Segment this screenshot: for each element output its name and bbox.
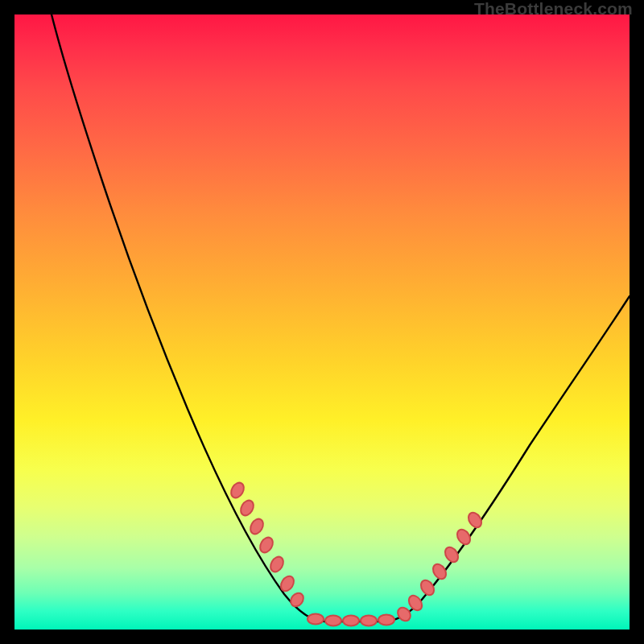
bottleneck-curve-svg <box>14 14 630 630</box>
marker-floor <box>308 614 394 626</box>
chart-frame <box>14 14 630 630</box>
bottleneck-curve <box>52 14 630 621</box>
plot-area <box>14 14 630 630</box>
marker-right-shoulder <box>395 510 484 624</box>
marker-left-shoulder <box>229 481 306 609</box>
watermark-text: TheBottleneck.com <box>474 0 633 19</box>
svg-point-15 <box>431 562 449 581</box>
svg-point-1 <box>238 498 256 518</box>
svg-point-11 <box>378 615 394 625</box>
svg-point-14 <box>419 578 437 597</box>
svg-point-0 <box>229 481 246 500</box>
svg-point-16 <box>443 545 461 564</box>
svg-point-12 <box>395 605 413 624</box>
svg-point-2 <box>248 517 266 536</box>
svg-point-10 <box>361 616 377 626</box>
svg-point-6 <box>288 591 306 609</box>
svg-point-8 <box>325 616 341 626</box>
svg-point-18 <box>466 510 485 530</box>
svg-point-4 <box>268 555 286 574</box>
svg-point-7 <box>308 614 324 625</box>
svg-point-13 <box>407 593 425 613</box>
svg-point-9 <box>343 616 359 626</box>
svg-point-3 <box>258 535 275 555</box>
svg-point-17 <box>455 527 473 547</box>
